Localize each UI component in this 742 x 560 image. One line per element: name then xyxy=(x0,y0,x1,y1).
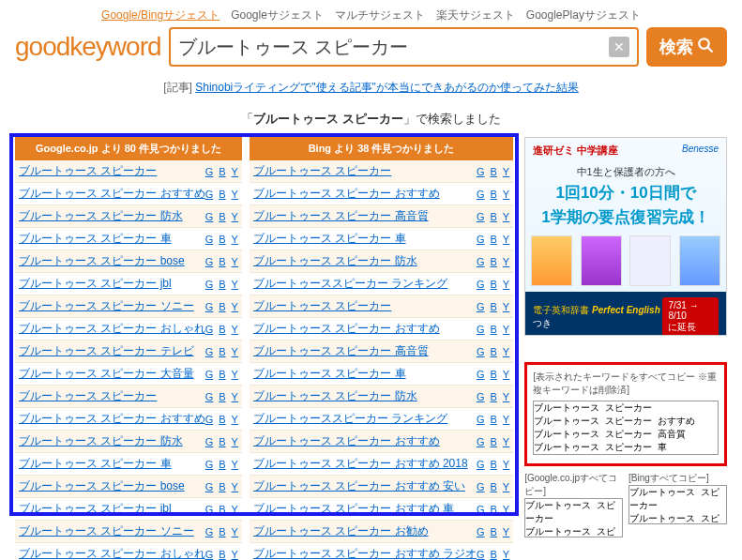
search-b-link[interactable]: B xyxy=(219,189,225,200)
search-y-link[interactable]: Y xyxy=(232,504,238,515)
search-b-link[interactable]: B xyxy=(219,369,225,380)
search-b-link[interactable]: B xyxy=(219,414,225,425)
nav-楽天サジェスト[interactable]: 楽天サジェスト xyxy=(436,8,515,22)
article-link[interactable]: Shinobiライティングで"使える記事"が本当にできあがるのか使ってみた結果 xyxy=(195,81,579,94)
search-y-link[interactable]: Y xyxy=(232,414,238,425)
search-g-link[interactable]: G xyxy=(205,301,214,312)
search-g-link[interactable]: G xyxy=(205,436,214,447)
keyword-link[interactable]: ブルートゥース スピーカー 車 xyxy=(253,366,477,382)
search-g-link[interactable]: G xyxy=(205,526,214,537)
keyword-link[interactable]: ブルートゥース スピーカー おすすめ xyxy=(19,186,205,202)
search-y-link[interactable]: Y xyxy=(503,211,509,222)
keyword-link[interactable]: ブルートゥース スピーカー おすすめ 2018 xyxy=(253,456,477,472)
search-b-link[interactable]: B xyxy=(491,459,497,470)
keyword-link[interactable]: ブルートゥース スピーカー xyxy=(19,163,205,179)
search-y-link[interactable]: Y xyxy=(503,436,509,447)
search-b-link[interactable]: B xyxy=(219,324,225,335)
keyword-link[interactable]: ブルートゥース スピーカー 車 xyxy=(19,231,205,247)
nav-Google/Bingサジェスト[interactable]: Google/Bingサジェスト xyxy=(101,8,220,22)
search-button[interactable]: 検索 xyxy=(646,27,727,67)
search-g-link[interactable]: G xyxy=(477,166,485,177)
search-b-link[interactable]: B xyxy=(491,234,497,245)
search-b-link[interactable]: B xyxy=(491,436,497,447)
keyword-link[interactable]: ブルートゥース スピーカー 車 xyxy=(253,231,477,247)
nav-Googleサジェスト[interactable]: Googleサジェスト xyxy=(231,8,324,22)
search-g-link[interactable]: G xyxy=(205,549,214,560)
keyword-link[interactable]: ブルートゥース スピーカー おしゃれ xyxy=(19,321,205,337)
search-g-link[interactable]: G xyxy=(205,211,214,222)
search-b-link[interactable]: B xyxy=(491,526,497,537)
search-g-link[interactable]: G xyxy=(205,391,214,402)
search-b-link[interactable]: B xyxy=(491,504,497,515)
search-y-link[interactable]: Y xyxy=(232,189,238,200)
search-g-link[interactable]: G xyxy=(477,301,485,312)
search-b-link[interactable]: B xyxy=(219,166,225,177)
search-b-link[interactable]: B xyxy=(219,459,225,470)
search-y-link[interactable]: Y xyxy=(232,391,238,402)
search-b-link[interactable]: B xyxy=(491,414,497,425)
search-y-link[interactable]: Y xyxy=(503,481,509,492)
nav-GooglePlayサジェスト[interactable]: GooglePlayサジェスト xyxy=(526,8,641,22)
search-g-link[interactable]: G xyxy=(477,526,485,537)
search-y-link[interactable]: Y xyxy=(232,279,238,290)
search-g-link[interactable]: G xyxy=(205,346,214,357)
search-y-link[interactable]: Y xyxy=(232,256,238,267)
search-g-link[interactable]: G xyxy=(477,436,485,447)
search-b-link[interactable]: B xyxy=(491,346,497,357)
search-g-link[interactable]: G xyxy=(477,189,485,200)
keyword-link[interactable]: ブルートゥース スピーカー 防水 xyxy=(19,208,205,224)
keyword-link[interactable]: ブルートゥース スピーカー おしゃれ xyxy=(19,546,205,560)
search-y-link[interactable]: Y xyxy=(503,189,509,200)
search-b-link[interactable]: B xyxy=(219,234,225,245)
search-g-link[interactable]: G xyxy=(477,346,485,357)
search-g-link[interactable]: G xyxy=(205,256,214,267)
search-b-link[interactable]: B xyxy=(491,481,497,492)
search-b-link[interactable]: B xyxy=(491,549,497,560)
search-b-link[interactable]: B xyxy=(219,504,225,515)
search-y-link[interactable]: Y xyxy=(232,459,238,470)
search-b-link[interactable]: B xyxy=(219,526,225,537)
search-b-link[interactable]: B xyxy=(491,256,497,267)
keyword-link[interactable]: ブルートゥース スピーカー おすすめ xyxy=(253,433,477,449)
search-y-link[interactable]: Y xyxy=(232,324,238,335)
search-g-link[interactable]: G xyxy=(205,189,214,200)
keyword-link[interactable]: ブルートゥース スピーカー ソニー xyxy=(19,298,205,314)
search-y-link[interactable]: Y xyxy=(232,526,238,537)
keyword-link[interactable]: ブルートゥース スピーカー xyxy=(253,298,477,314)
keyword-link[interactable]: ブルートゥース スピーカー 大音量 xyxy=(19,366,205,382)
search-g-link[interactable]: G xyxy=(477,549,485,560)
search-y-link[interactable]: Y xyxy=(503,549,509,560)
copy-all-textarea[interactable] xyxy=(533,401,719,455)
search-b-link[interactable]: B xyxy=(219,481,225,492)
keyword-link[interactable]: ブルートゥース スピーカー お勧め xyxy=(253,523,477,539)
keyword-link[interactable]: ブルートゥース スピーカー jbl xyxy=(19,501,205,517)
search-y-link[interactable]: Y xyxy=(503,391,509,402)
keyword-link[interactable]: ブルートゥース スピーカー 高音質 xyxy=(253,343,477,359)
search-y-link[interactable]: Y xyxy=(232,549,238,560)
search-g-link[interactable]: G xyxy=(205,279,214,290)
search-g-link[interactable]: G xyxy=(205,414,214,425)
search-g-link[interactable]: G xyxy=(205,504,214,515)
search-g-link[interactable]: G xyxy=(477,279,485,290)
search-g-link[interactable]: G xyxy=(477,414,485,425)
search-y-link[interactable]: Y xyxy=(232,166,238,177)
copy-bing-textarea[interactable] xyxy=(628,485,727,524)
search-g-link[interactable]: G xyxy=(477,256,485,267)
search-b-link[interactable]: B xyxy=(491,211,497,222)
keyword-link[interactable]: ブルートゥース スピーカー おすすめ xyxy=(253,186,477,202)
keyword-link[interactable]: ブルートゥース スピーカー jbl xyxy=(19,276,205,292)
search-b-link[interactable]: B xyxy=(491,324,497,335)
search-b-link[interactable]: B xyxy=(219,211,225,222)
search-b-link[interactable]: B xyxy=(219,301,225,312)
search-input[interactable] xyxy=(178,37,609,58)
search-y-link[interactable]: Y xyxy=(232,346,238,357)
search-g-link[interactable]: G xyxy=(205,166,214,177)
keyword-link[interactable]: ブルートゥーススピーカー ランキング xyxy=(253,276,477,292)
search-g-link[interactable]: G xyxy=(477,211,485,222)
ad-banner[interactable]: 進研ゼミ 中学講座 Benesse 中1生と保護者の方へ 1回10分・10日間で… xyxy=(524,137,727,336)
keyword-link[interactable]: ブルートゥース スピーカー ソニー xyxy=(19,523,205,539)
search-b-link[interactable]: B xyxy=(491,166,497,177)
search-b-link[interactable]: B xyxy=(219,549,225,560)
keyword-link[interactable]: ブルートゥース スピーカー おすすめ xyxy=(253,321,477,337)
keyword-link[interactable]: ブルートゥース スピーカー テレビ xyxy=(19,343,205,359)
